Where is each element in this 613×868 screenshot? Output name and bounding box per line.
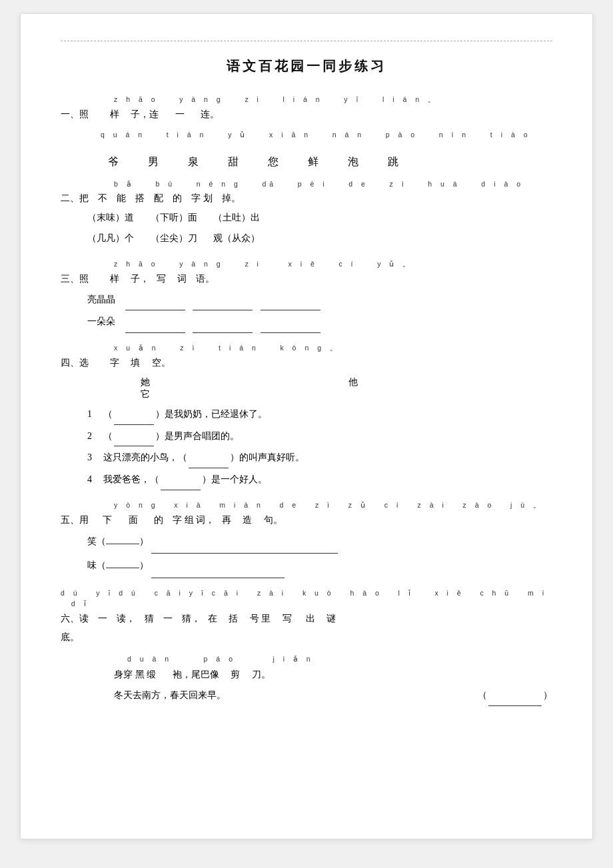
page-title: 语文百花园一同步练习 xyxy=(61,57,552,75)
char-tian: 甜 xyxy=(221,155,247,169)
section4-item3: 3 这只漂亮的小鸟，（）的叫声真好听。 xyxy=(87,448,552,468)
section3-header: 三、照 样 子， 写 词 语。 xyxy=(61,270,552,288)
section4-pinyin: x u ǎ n z ì t i á n k ò n g 。 xyxy=(61,342,552,354)
section4-item1: 1 （）是我奶奶，已经退休了。 xyxy=(87,404,552,425)
wei-word[interactable] xyxy=(106,568,139,568)
section1-pinyin: z h ā o y à n g z i l i á n y ī l i á n … xyxy=(61,94,552,105)
blank6[interactable] xyxy=(261,332,320,333)
char-quan: 泉 xyxy=(181,155,207,169)
answer3[interactable] xyxy=(189,468,229,468)
section4-items: 1 （）是我奶奶，已经退休了。 2 （）是男声合唱团的。 3 这只漂亮的小鸟，（… xyxy=(61,404,552,490)
section5-item2: 味（） xyxy=(87,554,552,578)
char-ye: 爷 xyxy=(101,155,127,169)
blank5[interactable] xyxy=(193,332,253,333)
wei-sentence[interactable] xyxy=(151,578,285,578)
section-6: d ú y ī d ú c ā i y ī c ā i z à i k u ò … xyxy=(61,588,552,706)
answer4[interactable] xyxy=(161,490,201,490)
section5-items: 笑（） 味（） xyxy=(61,530,552,578)
section1-pinyin2: q u á n t i á n y ǔ x i ā n n á n p à o … xyxy=(61,129,552,141)
section-5: y ò n g x i à m i à n d e z ì z ǔ c í z … xyxy=(61,500,552,578)
xiao-word[interactable] xyxy=(106,544,139,544)
section2-items: （末味）道 （下听）面 （土吐）出 （几凡）个 （尘尖）刀 观（从众） xyxy=(61,208,552,249)
section3-item2: 一朵朵 xyxy=(87,310,552,333)
section6-pinyin: d ú y ī d ú c ā i y ī c ā i z à i k u ò … xyxy=(61,588,552,610)
char-nan: 男 xyxy=(141,155,167,169)
section3-pinyin: z h ā o y à n g z i x i ě c í y ǔ 。 xyxy=(61,258,552,270)
char-tiao: 跳 xyxy=(380,155,407,169)
answer1[interactable] xyxy=(114,424,154,425)
section5-item1: 笑（） xyxy=(87,530,552,554)
section6-riddle-pinyin: d u à n p á o j i ǎ n xyxy=(87,653,552,665)
char-nin: 您 xyxy=(261,155,287,169)
section2-item2: （几凡）个 （尘尖）刀 观（从众） xyxy=(87,228,552,249)
top-border xyxy=(61,41,552,41)
section6-riddle-line2: 冬天去南方，春天回来早。 （） xyxy=(87,685,552,706)
section-2: b ǎ b ù n é n g dā p è i d e z ì h u á d… xyxy=(61,179,552,249)
char-xian: 鲜 xyxy=(301,155,327,169)
section6-riddle: d u à n p á o j i ǎ n 身穿 黑 缎 袍，尾巴像 剪 刀。 … xyxy=(61,653,552,705)
section1-chars: 爷 男 泉 甜 您 鲜 泡 跳 xyxy=(61,155,552,169)
section3-items: 亮晶晶 一朵朵 xyxy=(61,288,552,333)
worksheet-page: 语文百花园一同步练习 z h ā o y à n g z i l i á n y… xyxy=(20,13,593,839)
section4-item4: 4 我爱爸爸，（）是一个好人。 xyxy=(87,470,552,490)
section6-riddle-line1: 身穿 黑 缎 袍，尾巴像 剪 刀。 xyxy=(87,665,552,685)
section6-header2: 底。 xyxy=(61,628,552,647)
section4-item2: 2 （）是男声合唱团的。 xyxy=(87,426,552,447)
section2-item1: （末味）道 （下听）面 （土吐）出 xyxy=(87,208,552,228)
section2-header: 二、把 不 能 搭 配 的 字 划 掉。 xyxy=(61,189,552,208)
section5-pinyin: y ò n g x i à m i à n d e z ì z ǔ c í z … xyxy=(61,500,552,511)
section-1: z h ā o y à n g z i l i á n y ī l i á n … xyxy=(61,94,552,169)
section1-header: 一、照 样 子，连 一 连。 xyxy=(61,105,552,124)
section-4: x u ǎ n z ì t i á n k ò n g 。 四、选 字 填 空。… xyxy=(61,342,552,490)
section4-choices: 她 他 它 xyxy=(61,376,552,400)
answer2[interactable] xyxy=(114,446,154,446)
char-pao: 泡 xyxy=(340,155,367,169)
blank4[interactable] xyxy=(125,332,185,333)
section3-item1: 亮晶晶 xyxy=(87,288,552,311)
section5-header: 五、用 下 面 的 字 组 词， 再 造 句。 xyxy=(61,511,552,530)
section6-header: 六、读 一 读， 猜 一 猜， 在 括 号 里 写 出 谜 xyxy=(61,610,552,628)
section4-header: 四、选 字 填 空。 xyxy=(61,354,552,372)
riddle-answer[interactable] xyxy=(488,705,542,706)
section2-pinyin: b ǎ b ù n é n g dā p è i d e z ì h u á d… xyxy=(61,179,552,190)
section-3: z h ā o y à n g z i x i ě c í y ǔ 。 三、照 … xyxy=(61,258,552,333)
